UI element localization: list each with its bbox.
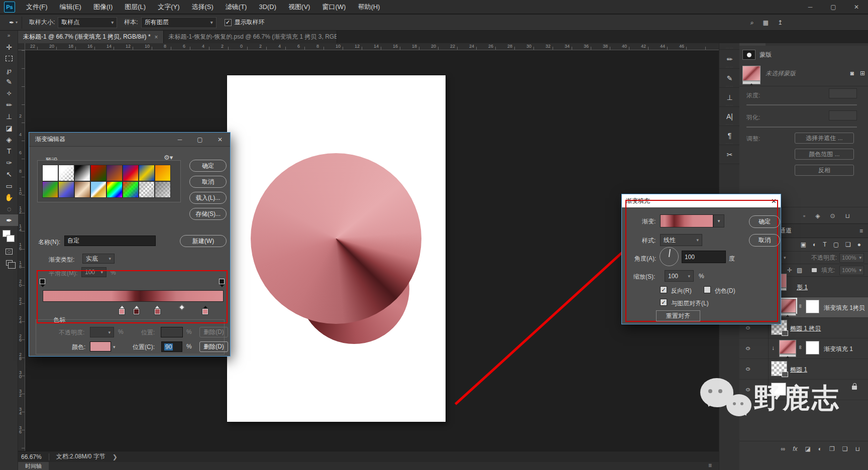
timeline-menu-icon[interactable]: ≡ xyxy=(708,462,712,470)
gradient-preview-bar[interactable] xyxy=(43,290,224,302)
window-close-button[interactable]: ✕ xyxy=(845,0,868,14)
reverse-checkbox[interactable] xyxy=(660,286,667,293)
mask-thumb-icon[interactable]: ◙ xyxy=(850,70,854,77)
brush-tool[interactable]: ✏ xyxy=(0,99,18,110)
angle-dial[interactable] xyxy=(660,247,679,266)
menu-item[interactable]: 选择(S) xyxy=(185,0,219,14)
pen-tool[interactable]: ✑ xyxy=(0,157,18,168)
menu-item[interactable]: 3D(D) xyxy=(253,0,282,14)
gradient-preset-swatch[interactable] xyxy=(90,181,106,198)
show-sampling-ring-checkbox[interactable] xyxy=(225,19,232,26)
eye-icon[interactable]: ⊙ xyxy=(745,345,750,351)
filter-smart-objects-icon[interactable]: ❏ xyxy=(845,241,851,248)
ruler-horizontal[interactable]: 2220181614121086420246810121416182022242… xyxy=(18,43,719,50)
gradient-fill-thumbnail[interactable] xyxy=(742,66,761,81)
lock-all-icon[interactable] xyxy=(812,268,817,272)
gradient-editor-titlebar[interactable]: 渐变编辑器 ─ ▢ ✕ xyxy=(29,133,230,147)
gradient-ellipse[interactable] xyxy=(251,153,421,324)
zoom-level[interactable]: 66.67% xyxy=(21,453,42,460)
foreground-background-colors[interactable] xyxy=(0,229,18,246)
gradient-preset-swatch[interactable] xyxy=(106,165,123,181)
clone-stamp-tool[interactable]: ⊥ xyxy=(0,110,18,122)
filter-shape-layers-icon[interactable]: ▢ xyxy=(833,241,839,248)
quick-mask-button[interactable] xyxy=(0,246,18,257)
move-tool[interactable]: ✛ xyxy=(0,41,18,53)
menu-item[interactable]: 图层(L) xyxy=(119,0,152,14)
dialog-close-icon[interactable]: ✕ xyxy=(771,197,777,205)
tab-close-icon[interactable]: × xyxy=(155,34,158,41)
load-button[interactable]: 载入(L)... xyxy=(189,192,227,204)
dither-checkbox[interactable] xyxy=(704,286,711,293)
ok-button[interactable]: 确定 xyxy=(189,160,227,172)
adjustment-layer-icon[interactable]: ◐ xyxy=(818,445,822,452)
gradient-preset-swatch[interactable] xyxy=(42,165,58,181)
gradient-preset-swatch[interactable] xyxy=(155,181,171,198)
toggle-visibility-icon[interactable]: ⊙ xyxy=(830,212,835,219)
gradient-color-stop[interactable] xyxy=(202,303,209,313)
gradient-preset-swatch[interactable] xyxy=(90,165,106,181)
menu-item[interactable]: 文件(F) xyxy=(20,0,54,14)
gradient-preset-swatch[interactable] xyxy=(42,181,58,198)
gradient-preset-swatch[interactable] xyxy=(58,181,74,198)
gradient-color-stop[interactable] xyxy=(119,303,126,313)
gradient-name-input[interactable]: 自定 xyxy=(64,236,156,246)
delete-layer-icon[interactable]: ⊔ xyxy=(855,445,860,452)
eyedropper-icon[interactable]: ✒ xyxy=(9,19,14,26)
status-chevron-icon[interactable]: ❯ xyxy=(113,453,118,460)
gradient-preset-swatch[interactable] xyxy=(139,165,155,181)
delete-mask-icon[interactable]: ⊔ xyxy=(845,212,850,219)
scale-dropdown[interactable]: 100▾ xyxy=(665,270,694,282)
eraser-tool[interactable]: ◪ xyxy=(0,122,18,134)
tab-channels[interactable]: 通道 xyxy=(780,226,792,235)
share-icon[interactable]: ↥ xyxy=(778,19,783,26)
gradient-preset-swatch[interactable] xyxy=(123,181,139,198)
ruler-vertical[interactable]: 24681 01 21 41 61 82 02 22 42 62 83 03 2… xyxy=(18,50,25,451)
gradient-preset-swatch[interactable] xyxy=(123,165,139,181)
sample-eyedropper-tool[interactable]: ✧ xyxy=(0,87,18,99)
gradient-preset-swatch[interactable] xyxy=(139,181,155,198)
ok-button[interactable]: 确定 xyxy=(749,215,780,228)
gradient-preset-swatch[interactable] xyxy=(106,181,123,198)
menu-item[interactable]: 视图(V) xyxy=(282,0,316,14)
eye-icon[interactable]: ⊙ xyxy=(745,366,750,372)
align-checkbox[interactable] xyxy=(660,299,667,306)
menu-item[interactable]: 帮助(H) xyxy=(352,0,386,14)
style-dropdown[interactable]: 线性▾ xyxy=(660,234,702,246)
panel-menu-icon[interactable]: ≡ xyxy=(859,227,863,234)
gradient-preset-swatch[interactable] xyxy=(155,165,171,181)
dialog-minimize-icon[interactable]: ─ xyxy=(170,136,190,143)
gradient-preset-swatch[interactable] xyxy=(74,181,90,198)
gradient-color-stop[interactable] xyxy=(155,303,161,313)
gradient-color-stop[interactable] xyxy=(134,303,140,313)
angle-input[interactable]: 100 xyxy=(682,251,726,263)
sample-dropdown[interactable]: 所有图层▾ xyxy=(141,17,216,28)
menu-item[interactable]: 滤镜(T) xyxy=(220,0,253,14)
fill-dropdown[interactable]: 100%▾ xyxy=(839,266,864,275)
layer-mask-thumbnail[interactable] xyxy=(806,300,819,313)
new-gradient-button[interactable]: 新建(W) xyxy=(180,235,227,247)
hand-tool[interactable]: ✋ xyxy=(0,191,18,203)
layer-name[interactable]: 形 1 xyxy=(797,283,808,292)
cancel-button[interactable]: 取消 xyxy=(189,176,227,188)
cancel-button[interactable]: 取消 xyxy=(749,234,780,247)
lasso-tool[interactable]: ℘ xyxy=(0,64,18,76)
search-icon[interactable]: ⌕ xyxy=(750,19,754,26)
filter-type-layers-icon[interactable]: T xyxy=(823,241,826,248)
screen-mode-button[interactable] xyxy=(0,257,18,268)
gradient-midpoint-icon[interactable] xyxy=(179,304,185,310)
new-layer-icon[interactable]: ❏ xyxy=(842,445,848,452)
sample-size-dropdown[interactable]: 取样点▾ xyxy=(58,17,117,28)
menu-item[interactable]: 文字(Y) xyxy=(152,0,185,14)
layer-name[interactable]: 渐变填充 1 xyxy=(824,345,853,354)
opacity-stop-left[interactable] xyxy=(40,279,46,288)
eye-icon[interactable]: ⊙ xyxy=(745,325,750,330)
filter-adjustment-layers-icon[interactable]: ◐ xyxy=(813,241,816,248)
lock-position-icon[interactable]: ✛ xyxy=(787,267,792,274)
delete-stop-button[interactable]: 删除(D) xyxy=(199,341,228,352)
document-tab-active[interactable]: 未标题-1 @ 66.7% (渐变填充 1 拷贝, RGB/8#) *× xyxy=(18,31,164,43)
gradient-fill-titlebar[interactable]: 渐变填充 ✕ xyxy=(622,194,781,207)
layer-mask-thumbnail[interactable] xyxy=(806,341,819,355)
dialog-maximize-icon[interactable]: ▢ xyxy=(190,136,210,143)
blend-mode-chevron-icon[interactable]: ▾ xyxy=(784,255,786,260)
workspace-icon[interactable]: ▦ xyxy=(763,19,769,26)
